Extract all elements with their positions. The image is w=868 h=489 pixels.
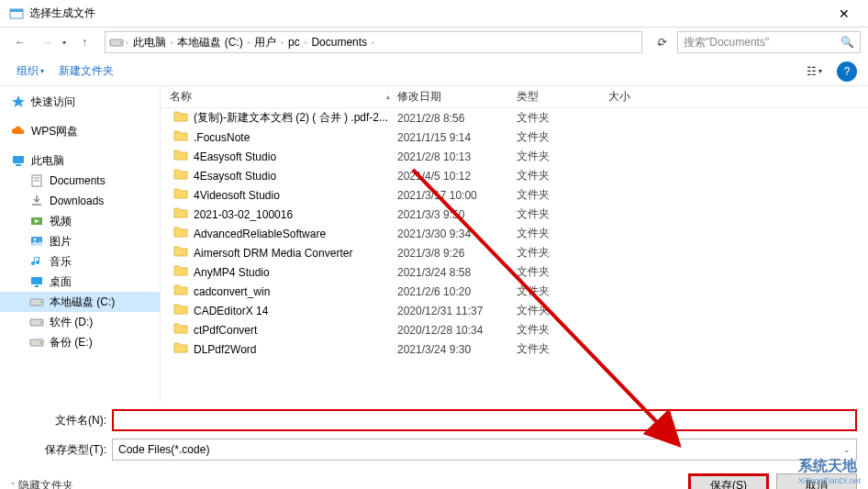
filename-input[interactable]: [112, 409, 857, 431]
file-type: 文件夹: [517, 245, 608, 261]
sidebar-item--e-[interactable]: 备份 (E:): [0, 332, 160, 352]
file-name: .FocusNote: [194, 131, 250, 144]
sidebar-item--[interactable]: 音乐: [0, 251, 160, 272]
sidebar-item--[interactable]: 桌面: [0, 272, 160, 292]
chevron-down-icon: ⌄: [843, 445, 851, 454]
help-button[interactable]: ?: [837, 61, 857, 82]
file-type: 文件夹: [517, 322, 608, 338]
file-type: 文件夹: [517, 129, 608, 145]
dl-icon: [29, 194, 44, 208]
col-type[interactable]: 类型: [517, 89, 608, 105]
crumb-pc-user[interactable]: pc: [285, 36, 303, 49]
sidebar-item--[interactable]: 视频: [0, 211, 160, 231]
forward-button[interactable]: →: [35, 31, 61, 53]
file-rows: (复制)-新建文本文档 (2) ( 合并 ) .pdf-2...2021/2/8…: [161, 108, 868, 402]
close-button[interactable]: ✕: [823, 0, 864, 28]
column-headers: 名称▴ 修改日期 类型 大小: [161, 86, 868, 108]
new-folder-button[interactable]: 新建文件夹: [53, 61, 119, 81]
file-type: 文件夹: [517, 226, 608, 241]
sidebar-item--[interactable]: 快速访问: [0, 92, 160, 112]
drive-icon: [29, 335, 44, 350]
organize-button[interactable]: 组织▾: [11, 61, 50, 81]
file-date: 2021/2/6 10:20: [397, 285, 517, 298]
drive-icon: [29, 295, 44, 309]
crumb-users[interactable]: 用户: [251, 35, 279, 50]
back-button[interactable]: ←: [7, 31, 33, 53]
file-type: 文件夹: [517, 168, 608, 183]
file-row[interactable]: 4Esaysoft Studio2021/4/5 10:12文件夹: [161, 166, 868, 185]
file-name: 4Esaysoft Studio: [194, 170, 276, 183]
file-row[interactable]: AnyMP4 Studio2021/3/24 8:58文件夹: [161, 262, 868, 282]
file-type: 文件夹: [517, 206, 608, 222]
crumb-documents[interactable]: Documents: [308, 36, 370, 49]
svg-rect-6: [16, 164, 21, 166]
address-dropdown-icon[interactable]: ⌄: [651, 36, 668, 49]
sidebar-item-downloads[interactable]: Downloads: [0, 191, 160, 211]
filetype-select[interactable]: Code Files(*.code) ⌄: [112, 439, 857, 461]
file-row[interactable]: CADEditorX 142020/12/31 11:37文件夹: [161, 301, 868, 320]
sort-indicator-icon: ▴: [386, 93, 390, 101]
file-row[interactable]: ctPdfConvert2020/12/28 10:34文件夹: [161, 320, 868, 339]
cloud-icon: [11, 124, 26, 139]
file-name: 4Easysoft Studio: [194, 150, 276, 163]
svg-point-17: [40, 302, 42, 304]
view-mode-button[interactable]: ☷▾: [800, 61, 828, 82]
file-row[interactable]: cadconvert_win2021/2/6 10:20文件夹: [161, 282, 868, 301]
app-icon: [9, 6, 24, 21]
col-name[interactable]: 名称▴: [161, 89, 397, 105]
file-name: DLPdf2Word: [194, 343, 256, 356]
file-type: 文件夹: [517, 264, 608, 280]
toolbar: 组织▾ 新建文件夹 ☷▾ ?: [0, 57, 868, 86]
hide-folders-link[interactable]: ˄ 隐藏文件夹: [11, 478, 73, 490]
sidebar-item-label: 视频: [50, 214, 72, 229]
folder-icon: [173, 109, 188, 127]
file-row[interactable]: DLPdf2Word2021/3/24 9:30文件夹: [161, 339, 868, 359]
file-type: 文件夹: [517, 110, 608, 126]
sidebar-item-wps-[interactable]: WPS网盘: [0, 121, 160, 141]
crumb-drive-c[interactable]: 本地磁盘 (C:): [174, 35, 245, 50]
body: 快速访问WPS网盘此电脑DocumentsDownloads视频图片音乐桌面本地…: [0, 86, 868, 402]
star-icon: [11, 94, 26, 109]
sidebar-item--[interactable]: 此电脑: [0, 150, 160, 171]
file-name: 2021-03-02_100016: [194, 208, 293, 221]
folder-icon: [173, 340, 188, 358]
pic-icon: [29, 234, 44, 249]
folder-icon: [173, 128, 188, 146]
filename-label: 文件名(N):: [11, 413, 112, 428]
folder-icon: [173, 206, 188, 223]
address-bar[interactable]: › 此电脑› 本地磁盘 (C:)› 用户› pc› Documents› ⌄: [105, 31, 642, 53]
sidebar-item-documents[interactable]: Documents: [0, 171, 160, 191]
file-row[interactable]: Aimersoft DRM Media Converter2021/3/8 9:…: [161, 243, 868, 262]
file-row[interactable]: 4Videosoft Studio2021/3/17 10:00文件夹: [161, 185, 868, 205]
history-dropdown[interactable]: ▾: [62, 39, 66, 47]
file-name: cadconvert_win: [194, 285, 270, 298]
col-size[interactable]: 大小: [608, 89, 868, 105]
svg-rect-5: [13, 156, 24, 163]
file-row[interactable]: (复制)-新建文本文档 (2) ( 合并 ) .pdf-2...2021/2/8…: [161, 108, 868, 128]
folder-icon: [173, 263, 188, 281]
sidebar-item--d-[interactable]: 软件 (D:): [0, 312, 160, 332]
doc-icon: [29, 173, 44, 188]
folder-icon: [173, 321, 188, 339]
music-icon: [29, 254, 44, 269]
up-button[interactable]: ↑: [72, 31, 97, 53]
sidebar-item-label: 此电脑: [31, 153, 64, 169]
file-type: 文件夹: [517, 187, 608, 203]
sidebar-item-label: Documents: [50, 174, 106, 187]
filetype-value: Code Files(*.code): [118, 443, 209, 456]
file-name: ctPdfConvert: [194, 324, 257, 337]
sidebar-item--c-[interactable]: 本地磁盘 (C:): [0, 292, 160, 312]
svg-point-13: [34, 239, 36, 240]
file-list: 名称▴ 修改日期 类型 大小 (复制)-新建文本文档 (2) ( 合并 ) .p…: [161, 86, 868, 402]
sidebar-item--[interactable]: 图片: [0, 231, 160, 251]
col-date[interactable]: 修改日期: [397, 89, 517, 105]
file-row[interactable]: AdvancedReliableSoftware2021/3/30 9:34文件…: [161, 224, 868, 243]
crumb-pc[interactable]: 此电脑: [130, 35, 169, 50]
folder-icon: [173, 302, 188, 319]
search-input[interactable]: 搜索"Documents" 🔍: [677, 31, 861, 53]
file-name: AdvancedReliableSoftware: [194, 228, 326, 240]
file-row[interactable]: 4Easysoft Studio2021/2/8 10:13文件夹: [161, 147, 868, 166]
save-button[interactable]: 保存(S): [688, 473, 769, 489]
file-row[interactable]: 2021-03-02_1000162021/3/3 9:50文件夹: [161, 205, 868, 224]
file-row[interactable]: .FocusNote2021/1/15 9:14文件夹: [161, 128, 868, 147]
